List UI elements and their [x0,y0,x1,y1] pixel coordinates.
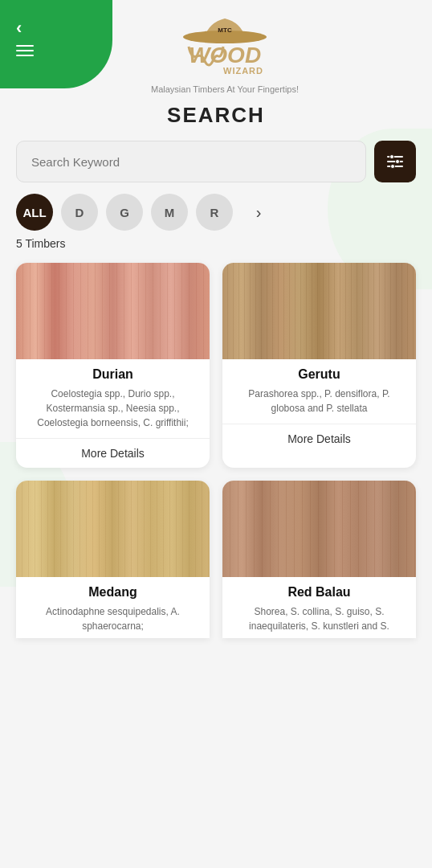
back-button[interactable]: ‹ [16,19,34,37]
svg-text:WOOD: WOOD [189,43,261,68]
cards-grid: Durian Coelostegia spp., Durio spp., Kos… [16,263,416,468]
card-image-durian [16,263,210,359]
partial-cards-grid: Medang Actinodaphne sesquipedalis, A. sp… [16,481,416,638]
card-title-redbalau: Red Balau [232,585,406,600]
card-gerutu: Gerutu Parashorea spp., P. densiflora, P… [222,263,416,468]
card-image-gerutu [222,263,416,359]
card-more-durian[interactable]: More Details [16,439,210,468]
filter-button[interactable] [374,141,416,182]
card-more-gerutu[interactable]: More Details [222,424,416,453]
search-input[interactable] [16,141,366,182]
header: ‹ MTC WOOD WIZARD Malaysian Timb [0,0,432,88]
main-content: SEARCH ALL D G M R › 5 Timbers [0,103,432,638]
filter-icon [385,151,406,172]
svg-text:MTC: MTC [218,27,232,34]
card-species-medang: Actinodaphne sesquipedalis, A. sphaeroca… [26,604,200,633]
card-body-medang: Medang Actinodaphne sesquipedalis, A. sp… [16,577,210,638]
card-title-medang: Medang [26,585,200,600]
logo-tagline: Malaysian Timbers At Your Fingertips! [151,84,299,94]
tab-d[interactable]: D [61,194,98,231]
card-body-gerutu: Gerutu Parashorea spp., P. densiflora, P… [222,359,416,416]
menu-line-2 [16,50,34,51]
svg-point-8 [390,155,394,159]
card-species-durian: Coelostegia spp., Durio spp., Kostermans… [26,387,200,430]
card-species-redbalau: Shorea, S. collina, S. guiso, S. inaequi… [232,604,406,633]
svg-text:WIZARD: WIZARD [223,66,263,76]
card-durian: Durian Coelostegia spp., Durio spp., Kos… [16,263,210,468]
svg-point-10 [391,165,395,169]
tab-r[interactable]: R [196,194,233,231]
card-title-durian: Durian [26,367,200,382]
card-image-medang [16,481,210,577]
header-left-controls: ‹ [16,19,34,56]
logo-svg: MTC WOOD WIZARD [145,14,305,83]
logo-container: MTC WOOD WIZARD Malaysian Timbers At You… [145,14,305,94]
tab-more-button[interactable]: › [244,198,273,227]
tab-g[interactable]: G [106,194,143,231]
card-redbalau: Red Balau Shorea, S. collina, S. guiso, … [222,481,416,638]
logo-area: MTC WOOD WIZARD Malaysian Timbers At You… [34,14,416,94]
tab-m[interactable]: M [151,194,188,231]
filter-tabs: ALL D G M R › [16,194,416,231]
svg-point-9 [396,160,400,164]
card-medang: Medang Actinodaphne sesquipedalis, A. sp… [16,481,210,638]
card-body-redbalau: Red Balau Shorea, S. collina, S. guiso, … [222,577,416,638]
card-title-gerutu: Gerutu [232,367,406,382]
tab-all[interactable]: ALL [16,194,53,231]
menu-line-3 [16,55,34,56]
card-species-gerutu: Parashorea spp., P. densiflora, P. globo… [232,387,406,416]
page-title: SEARCH [16,103,416,128]
search-row [16,141,416,182]
results-count: 5 Timbers [16,237,416,250]
card-body-durian: Durian Coelostegia spp., Durio spp., Kos… [16,359,210,430]
menu-button[interactable] [16,45,34,56]
card-image-redbalau [222,481,416,577]
menu-line-1 [16,45,34,47]
